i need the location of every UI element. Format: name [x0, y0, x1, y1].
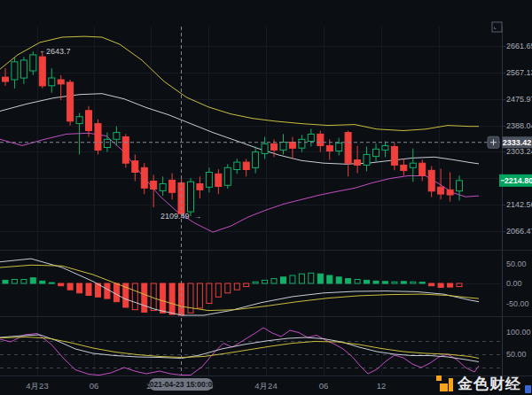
macd-bar	[392, 282, 397, 283]
svg-text:2303.24: 2303.24	[506, 147, 532, 156]
macd-bar	[234, 283, 239, 290]
macd-bar	[21, 280, 27, 284]
candlestick	[76, 117, 82, 124]
candlestick	[113, 133, 120, 140]
trading-app: 1小时2小时3小时4小时6小时12小时1日2日3日5日周K月K季K年K 1s 单…	[0, 0, 532, 395]
svg-text:0.00: 0.00	[506, 279, 522, 288]
candlestick	[317, 134, 324, 145]
macd-bar	[327, 275, 332, 283]
macd-bar	[49, 283, 54, 283]
macd-bar	[160, 283, 166, 313]
candlestick	[428, 170, 434, 191]
candlestick	[382, 145, 388, 150]
macd-bar	[336, 277, 341, 283]
candlestick	[122, 137, 129, 164]
macd-bar	[419, 283, 425, 283]
svg-text:12: 12	[377, 381, 387, 391]
last-price-badge: 2214.80	[499, 174, 532, 187]
candlestick	[20, 60, 27, 78]
svg-text:2567.13: 2567.13	[506, 68, 532, 77]
candlestick	[391, 147, 397, 166]
candlestick	[262, 143, 268, 153]
macd-bar	[271, 279, 277, 283]
macd-bar	[309, 273, 314, 283]
candlestick	[299, 139, 305, 148]
candlestick	[308, 134, 314, 141]
candlestick	[104, 139, 110, 147]
macd-bar	[281, 277, 286, 283]
svg-text:100.00: 100.00	[506, 328, 531, 337]
macd-bar	[59, 283, 64, 286]
macd-bar	[364, 280, 370, 283]
logo-badge	[525, 385, 531, 393]
candlestick	[188, 182, 194, 212]
svg-text:2643.7: 2643.7	[46, 47, 71, 56]
macd-bar	[197, 283, 202, 308]
candlestick	[58, 80, 64, 84]
candlestick	[39, 57, 45, 86]
svg-text:←: ←	[39, 47, 46, 55]
pane-maximize-icon[interactable]	[489, 19, 504, 34]
macd-bar	[67, 283, 73, 290]
candlestick	[289, 143, 295, 149]
candlestick	[373, 149, 379, 156]
candlestick	[438, 187, 444, 194]
macd-bar	[142, 283, 147, 312]
price-alert-button[interactable]	[488, 136, 499, 148]
macd-bar	[317, 274, 323, 283]
candlestick	[86, 111, 92, 131]
svg-text:2066.47: 2066.47	[506, 227, 532, 236]
svg-text:06: 06	[90, 381, 99, 391]
candlestick	[345, 133, 351, 164]
macd-bar	[3, 280, 8, 283]
candlestick	[3, 77, 9, 81]
svg-text:4月24: 4月24	[254, 381, 277, 391]
svg-text:2475.97: 2475.97	[506, 95, 532, 104]
crosshair-time-tooltip: 2021-04-23 15:00:00	[145, 378, 216, 391]
svg-text:2661.65: 2661.65	[506, 42, 532, 50]
candlestick	[355, 160, 361, 166]
candlestick	[253, 152, 259, 168]
kline-chart[interactable]: ←2643.72109.49→2661.652567.132475.972388…	[0, 0, 532, 395]
candlestick	[419, 163, 426, 175]
svg-text:2142.56: 2142.56	[506, 200, 532, 209]
candlestick	[49, 78, 55, 86]
candlestick	[141, 167, 147, 188]
macd-bar	[411, 282, 416, 283]
candlestick	[336, 143, 342, 151]
candlestick	[401, 165, 407, 170]
watermark: 金色财经	[435, 374, 531, 394]
macd-bar	[225, 283, 231, 293]
macd-bar	[244, 283, 249, 287]
svg-text:-50.00: -50.00	[506, 299, 529, 308]
candlestick	[151, 182, 157, 190]
candlestick	[197, 184, 203, 190]
candlestick	[224, 167, 231, 185]
macd-bar	[77, 283, 82, 293]
svg-text:06: 06	[319, 381, 329, 391]
candlestick	[206, 173, 212, 188]
svg-text:50.00: 50.00	[506, 350, 527, 359]
svg-text:2333.42: 2333.42	[503, 138, 532, 147]
candlestick	[457, 181, 463, 191]
macd-bar	[253, 282, 258, 283]
goldfinance-logo-icon	[435, 375, 454, 393]
macd-bar	[290, 275, 295, 283]
svg-text:2214.80: 2214.80	[505, 176, 532, 185]
candlestick	[215, 174, 222, 186]
macd-bar	[438, 283, 443, 288]
macd-bar	[299, 274, 304, 283]
candlestick	[12, 62, 18, 80]
candlestick	[410, 163, 416, 167]
macd-bar	[448, 283, 453, 287]
macd-bar	[215, 283, 221, 297]
candlestick	[30, 55, 36, 71]
macd-bar	[113, 283, 119, 302]
macd-bar	[86, 283, 91, 296]
candlestick	[95, 124, 101, 151]
svg-text:2021-04-23 15:00:00: 2021-04-23 15:00:00	[145, 380, 216, 389]
candlestick	[160, 184, 166, 191]
svg-text:2388.04: 2388.04	[506, 121, 532, 130]
macd-bar	[207, 283, 212, 304]
macd-bar	[105, 283, 110, 298]
